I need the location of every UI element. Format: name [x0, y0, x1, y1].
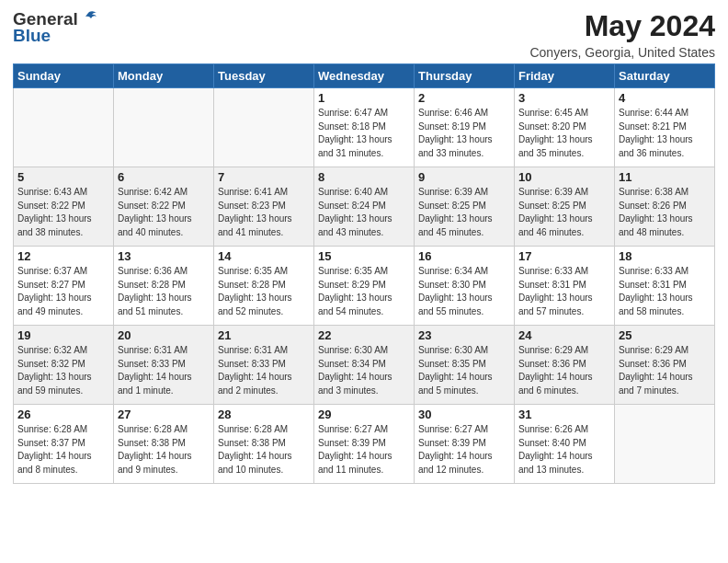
day-info: Sunrise: 6:44 AM Sunset: 8:21 PM Dayligh…: [619, 108, 693, 158]
day-number: 9: [418, 170, 510, 184]
day-info: Sunrise: 6:40 AM Sunset: 8:24 PM Dayligh…: [318, 187, 392, 237]
day-info: Sunrise: 6:33 AM Sunset: 8:31 PM Dayligh…: [619, 266, 693, 316]
day-number: 2: [418, 91, 510, 105]
day-info: Sunrise: 6:30 AM Sunset: 8:34 PM Dayligh…: [318, 345, 392, 396]
calendar-day-cell: 16Sunrise: 6:34 AM Sunset: 8:30 PM Dayli…: [415, 247, 515, 326]
day-info: Sunrise: 6:36 AM Sunset: 8:28 PM Dayligh…: [118, 266, 192, 316]
weekday-header-friday: Friday: [515, 64, 615, 88]
calendar-day-cell: 5Sunrise: 6:43 AM Sunset: 8:22 PM Daylig…: [14, 167, 114, 247]
day-number: 5: [17, 170, 109, 184]
calendar-week-row: 1Sunrise: 6:47 AM Sunset: 8:18 PM Daylig…: [14, 88, 715, 167]
day-info: Sunrise: 6:28 AM Sunset: 8:37 PM Dayligh…: [17, 424, 92, 475]
day-number: 7: [218, 170, 310, 184]
calendar-day-cell: 10Sunrise: 6:39 AM Sunset: 8:25 PM Dayli…: [515, 167, 615, 247]
calendar-day-cell: 18Sunrise: 6:33 AM Sunset: 8:31 PM Dayli…: [615, 247, 715, 326]
calendar-week-row: 19Sunrise: 6:32 AM Sunset: 8:32 PM Dayli…: [14, 326, 715, 405]
day-info: Sunrise: 6:35 AM Sunset: 8:28 PM Dayligh…: [218, 266, 292, 316]
day-info: Sunrise: 6:35 AM Sunset: 8:29 PM Dayligh…: [318, 266, 392, 316]
calendar-day-cell: 22Sunrise: 6:30 AM Sunset: 8:34 PM Dayli…: [314, 326, 415, 405]
calendar-day-cell: 14Sunrise: 6:35 AM Sunset: 8:28 PM Dayli…: [214, 247, 314, 326]
calendar-day-cell: 6Sunrise: 6:42 AM Sunset: 8:22 PM Daylig…: [114, 167, 214, 247]
calendar-day-cell: 12Sunrise: 6:37 AM Sunset: 8:27 PM Dayli…: [14, 247, 114, 326]
weekday-header-tuesday: Tuesday: [214, 64, 314, 88]
day-info: Sunrise: 6:39 AM Sunset: 8:25 PM Dayligh…: [418, 187, 493, 237]
day-info: Sunrise: 6:29 AM Sunset: 8:36 PM Dayligh…: [619, 345, 693, 396]
calendar-day-cell: 25Sunrise: 6:29 AM Sunset: 8:36 PM Dayli…: [615, 326, 715, 405]
day-number: 15: [318, 249, 410, 263]
day-number: 22: [318, 328, 410, 342]
empty-cell: [615, 405, 715, 484]
weekday-header-thursday: Thursday: [415, 64, 515, 88]
calendar-week-row: 5Sunrise: 6:43 AM Sunset: 8:22 PM Daylig…: [14, 167, 715, 247]
day-info: Sunrise: 6:43 AM Sunset: 8:22 PM Dayligh…: [17, 187, 92, 237]
day-info: Sunrise: 6:41 AM Sunset: 8:23 PM Dayligh…: [218, 187, 292, 237]
day-info: Sunrise: 6:46 AM Sunset: 8:19 PM Dayligh…: [418, 108, 493, 158]
calendar-day-cell: 4Sunrise: 6:44 AM Sunset: 8:21 PM Daylig…: [615, 88, 715, 167]
calendar-day-cell: 9Sunrise: 6:39 AM Sunset: 8:25 PM Daylig…: [415, 167, 515, 247]
empty-cell: [214, 88, 314, 167]
day-number: 4: [619, 91, 711, 105]
day-number: 10: [518, 170, 610, 184]
logo-bird-icon: [80, 10, 98, 25]
calendar-day-cell: 29Sunrise: 6:27 AM Sunset: 8:39 PM Dayli…: [314, 405, 415, 484]
day-number: 16: [418, 249, 510, 263]
day-info: Sunrise: 6:33 AM Sunset: 8:31 PM Dayligh…: [518, 266, 593, 316]
calendar-week-row: 26Sunrise: 6:28 AM Sunset: 8:37 PM Dayli…: [14, 405, 715, 484]
day-number: 26: [17, 408, 109, 421]
day-number: 25: [619, 328, 711, 342]
day-number: 14: [218, 249, 310, 263]
calendar-day-cell: 2Sunrise: 6:46 AM Sunset: 8:19 PM Daylig…: [415, 88, 515, 167]
day-info: Sunrise: 6:28 AM Sunset: 8:38 PM Dayligh…: [218, 424, 292, 475]
day-number: 24: [518, 328, 610, 342]
day-number: 27: [118, 408, 210, 421]
calendar-table: SundayMondayTuesdayWednesdayThursdayFrid…: [13, 63, 715, 484]
weekday-header-row: SundayMondayTuesdayWednesdayThursdayFrid…: [14, 64, 715, 88]
day-info: Sunrise: 6:45 AM Sunset: 8:20 PM Dayligh…: [518, 108, 593, 158]
calendar-day-cell: 7Sunrise: 6:41 AM Sunset: 8:23 PM Daylig…: [214, 167, 314, 247]
calendar-day-cell: 8Sunrise: 6:40 AM Sunset: 8:24 PM Daylig…: [314, 167, 415, 247]
day-info: Sunrise: 6:37 AM Sunset: 8:27 PM Dayligh…: [17, 266, 92, 316]
location: Conyers, Georgia, United States: [529, 45, 715, 60]
day-info: Sunrise: 6:28 AM Sunset: 8:38 PM Dayligh…: [118, 424, 192, 475]
day-number: 21: [218, 328, 310, 342]
calendar-container: General Blue May 2024 Conyers, Georgia, …: [0, 0, 728, 563]
day-info: Sunrise: 6:34 AM Sunset: 8:30 PM Dayligh…: [418, 266, 493, 316]
calendar-day-cell: 23Sunrise: 6:30 AM Sunset: 8:35 PM Dayli…: [415, 326, 515, 405]
day-info: Sunrise: 6:27 AM Sunset: 8:39 PM Dayligh…: [418, 424, 493, 475]
title-area: May 2024 Conyers, Georgia, United States: [529, 9, 715, 60]
calendar-day-cell: 17Sunrise: 6:33 AM Sunset: 8:31 PM Dayli…: [515, 247, 615, 326]
day-number: 6: [118, 170, 210, 184]
weekday-header-wednesday: Wednesday: [314, 64, 415, 88]
calendar-week-row: 12Sunrise: 6:37 AM Sunset: 8:27 PM Dayli…: [14, 247, 715, 326]
day-number: 20: [118, 328, 210, 342]
empty-cell: [114, 88, 214, 167]
day-info: Sunrise: 6:26 AM Sunset: 8:40 PM Dayligh…: [518, 424, 593, 475]
header: General Blue May 2024 Conyers, Georgia, …: [13, 9, 715, 60]
day-number: 29: [318, 408, 410, 421]
calendar-day-cell: 24Sunrise: 6:29 AM Sunset: 8:36 PM Dayli…: [515, 326, 615, 405]
day-number: 28: [218, 408, 310, 421]
calendar-day-cell: 13Sunrise: 6:36 AM Sunset: 8:28 PM Dayli…: [114, 247, 214, 326]
calendar-day-cell: 31Sunrise: 6:26 AM Sunset: 8:40 PM Dayli…: [515, 405, 615, 484]
weekday-header-monday: Monday: [114, 64, 214, 88]
day-info: Sunrise: 6:42 AM Sunset: 8:22 PM Dayligh…: [118, 187, 192, 237]
day-number: 18: [619, 249, 711, 263]
day-number: 3: [518, 91, 610, 105]
calendar-day-cell: 21Sunrise: 6:31 AM Sunset: 8:33 PM Dayli…: [214, 326, 314, 405]
calendar-day-cell: 27Sunrise: 6:28 AM Sunset: 8:38 PM Dayli…: [114, 405, 214, 484]
day-info: Sunrise: 6:38 AM Sunset: 8:26 PM Dayligh…: [619, 187, 693, 237]
day-info: Sunrise: 6:30 AM Sunset: 8:35 PM Dayligh…: [418, 345, 493, 396]
logo: General Blue: [13, 9, 98, 46]
weekday-header-saturday: Saturday: [615, 64, 715, 88]
month-title: May 2024: [529, 9, 715, 43]
day-number: 30: [418, 408, 510, 421]
weekday-header-sunday: Sunday: [14, 64, 114, 88]
calendar-day-cell: 28Sunrise: 6:28 AM Sunset: 8:38 PM Dayli…: [214, 405, 314, 484]
day-info: Sunrise: 6:29 AM Sunset: 8:36 PM Dayligh…: [518, 345, 593, 396]
calendar-day-cell: 3Sunrise: 6:45 AM Sunset: 8:20 PM Daylig…: [515, 88, 615, 167]
calendar-day-cell: 26Sunrise: 6:28 AM Sunset: 8:37 PM Dayli…: [14, 405, 114, 484]
day-info: Sunrise: 6:39 AM Sunset: 8:25 PM Dayligh…: [518, 187, 593, 237]
day-number: 13: [118, 249, 210, 263]
day-number: 31: [518, 408, 610, 421]
day-info: Sunrise: 6:32 AM Sunset: 8:32 PM Dayligh…: [17, 345, 92, 396]
